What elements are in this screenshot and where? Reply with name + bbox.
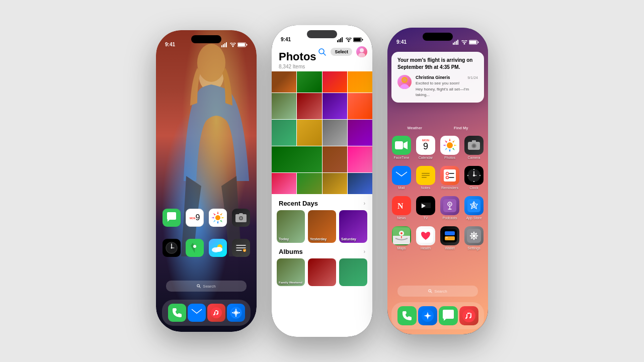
facetime-icon[interactable] [392,136,411,155]
app-cell-reminders[interactable] [231,239,251,258]
svg-point-111 [470,235,471,236]
mail-icon-3[interactable] [392,166,411,185]
photo-cell[interactable] [272,93,296,119]
messages-icon[interactable] [163,209,181,227]
dock-safari-icon[interactable] [227,304,245,322]
photo-cell[interactable] [297,93,321,119]
app-cell-weather[interactable] [208,239,227,258]
album-thumb-1[interactable]: Family Weekend [277,258,305,286]
notes-icon-3[interactable] [416,166,435,185]
app-cell-clock-3[interactable]: Clock [464,166,484,190]
album-thumb-2[interactable] [308,258,336,286]
health-icon[interactable] [416,226,435,245]
svg-rect-90 [443,199,456,212]
tv-icon[interactable] [416,196,435,215]
calendar-icon[interactable]: MON 9 [186,209,204,227]
weather-icon[interactable] [209,239,227,257]
photo-cell[interactable] [297,120,321,146]
dock-music-icon[interactable] [207,304,225,322]
dock-music-icon-3[interactable] [459,306,478,325]
app-cell-podcasts[interactable]: Podcasts [440,196,460,220]
app-cell-photos-3[interactable]: Photos [440,136,460,159]
app-cell-health[interactable]: Health [416,226,436,250]
photos-icon[interactable] [209,209,227,227]
svg-rect-103 [443,229,457,242]
calendar-icon-3[interactable]: MON 9 [416,136,435,155]
clock-icon-3[interactable] [464,166,484,185]
photo-cell[interactable] [348,173,372,194]
search-bar-1[interactable]: Search [166,281,247,292]
dock-music-3[interactable] [459,306,478,325]
svg-point-64 [447,142,453,148]
appstore-icon[interactable]: A [464,196,484,215]
maps-app-icon[interactable] [186,239,204,257]
app-cell-wallet[interactable]: Wallet [440,226,460,250]
maps-icon-3[interactable] [392,226,411,245]
reminders-icon-3[interactable] [440,166,459,185]
day-thumb-yesterday[interactable]: Yesterday [308,210,336,243]
dock-safari-icon-3[interactable] [418,306,437,325]
notification-body: Hey honey, flight's all set—I'm taking..… [416,87,478,98]
svg-point-20 [193,245,196,248]
dock-phone-3[interactable] [397,306,417,325]
album-thumb-3[interactable] [339,258,367,286]
app-cell-tv[interactable]: TV [416,196,436,220]
notification-card[interactable]: Your mom's flight is arriving on Septemb… [391,52,484,103]
app-cell-news[interactable]: N News [391,196,412,220]
photos-count: 8,342 Items [279,64,365,69]
day-thumb-saturday[interactable]: Saturday [339,210,367,243]
app-cell-facetime[interactable]: FaceTime [391,136,412,159]
settings-icon[interactable] [464,226,484,245]
camera-app-icon[interactable] [232,209,250,227]
clock-app-icon[interactable] [163,239,181,257]
recent-days-chevron[interactable]: › [364,201,365,206]
podcasts-icon[interactable] [440,196,459,215]
app-cell-notes-3[interactable]: Notes [416,166,436,190]
photo-cell[interactable] [272,120,296,146]
app-cell-calendar-3[interactable]: MON 9 Calendar [416,136,436,159]
app-cell-reminders-3[interactable]: Reminders [440,166,460,190]
photo-cell[interactable] [272,71,296,93]
app-cell-maps[interactable] [185,239,204,258]
app-cell-appstore[interactable]: A App Store [464,196,484,220]
dock-messages-icon-3[interactable] [439,306,458,325]
dock-safari-3[interactable] [418,306,437,325]
dock-mail-icon[interactable] [188,304,206,322]
app-cell-clock[interactable] [162,239,181,258]
select-button[interactable]: Select [331,48,352,56]
photo-cell[interactable] [323,71,347,93]
app-cell-camera[interactable] [231,209,251,228]
dock-phone-icon-3[interactable] [397,306,417,325]
wallet-icon[interactable] [440,226,459,245]
app-cell-camera-3[interactable]: Camera [464,136,484,159]
day-thumb-today[interactable]: Today [277,210,305,243]
photo-cell[interactable] [348,146,372,172]
app-cell-calendar[interactable]: MON 9 [185,209,204,228]
albums-chevron[interactable]: › [364,249,365,254]
photo-cell[interactable] [323,93,347,119]
app-cell-mail-3[interactable]: Mail [391,166,412,190]
photo-cell[interactable] [272,173,296,194]
app-cell-messages[interactable] [162,209,181,228]
camera-icon-3[interactable] [464,136,484,155]
photo-cell[interactable] [323,120,347,146]
photo-cell[interactable] [323,173,347,194]
svg-rect-54 [457,40,458,45]
reminders-app-icon[interactable] [232,239,250,257]
app-cell-settings[interactable]: Settings [464,226,484,250]
photo-cell[interactable] [323,146,347,172]
user-avatar [356,46,367,57]
photo-cell[interactable] [348,71,372,93]
app-cell-maps-3[interactable]: Maps [391,226,412,250]
photo-cell[interactable] [297,71,321,93]
photo-cell[interactable] [297,173,321,194]
photo-cell[interactable] [348,120,372,146]
search-bar-3[interactable]: Search [397,286,478,297]
dock-phone-icon[interactable] [168,304,186,322]
app-cell-photos[interactable] [208,209,227,228]
dock-messages-3[interactable] [439,306,458,325]
photo-cell-wide[interactable] [272,146,322,172]
photo-cell[interactable] [348,93,372,119]
news-icon[interactable]: N [392,196,411,215]
photos-icon-3[interactable] [440,136,459,155]
